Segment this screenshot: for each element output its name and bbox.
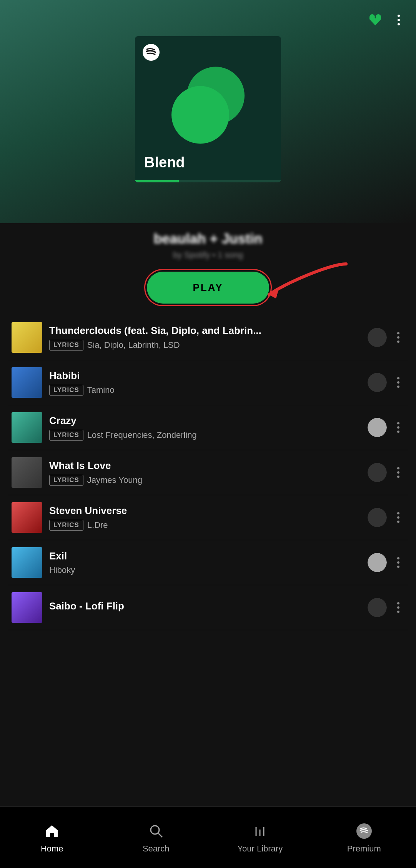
subtitle-area: beaulah + Justin by Spotify • 1 song PLA…	[0, 223, 416, 315]
track-right	[368, 328, 404, 347]
track-name: Exil	[49, 550, 361, 562]
track-info: ExilHiboky	[49, 550, 361, 575]
track-artist: Hiboky	[49, 565, 75, 575]
track-item[interactable]: HabibiLYRICSTamino	[8, 360, 408, 405]
track-artist: L.Dre	[87, 520, 108, 530]
nav-label-library: Your Library	[237, 844, 283, 854]
track-item[interactable]: Steven UniverseLYRICSL.Dre	[8, 495, 408, 540]
album-progress-fill	[135, 180, 179, 182]
svg-line-8	[158, 833, 162, 837]
play-button[interactable]: PLAY	[147, 272, 270, 304]
track-avatar	[368, 328, 387, 347]
track-more-button[interactable]	[392, 467, 404, 478]
album-progress-bar	[135, 180, 281, 182]
nav-label-premium: Premium	[347, 844, 381, 854]
track-artist: Tamino	[87, 385, 115, 395]
lyrics-badge: LYRICS	[49, 475, 83, 486]
search-icon	[146, 821, 166, 841]
nav-item-premium[interactable]: Premium	[341, 821, 387, 854]
track-right	[368, 373, 404, 392]
track-info: What Is LoveLYRICSJaymes Young	[49, 460, 361, 486]
play-button-wrapper: PLAY	[147, 272, 270, 304]
track-meta: Hiboky	[49, 565, 361, 575]
track-right	[368, 508, 404, 527]
nav-item-search[interactable]: Search	[133, 821, 179, 854]
svg-point-2	[376, 14, 381, 20]
track-item[interactable]: What Is LoveLYRICSJaymes Young	[8, 450, 408, 495]
track-thumbnail	[12, 592, 42, 623]
lyrics-badge: LYRICS	[49, 520, 83, 531]
lyrics-badge: LYRICS	[49, 340, 83, 351]
playlist-title: beaulah + Justin	[153, 231, 262, 247]
library-icon	[250, 821, 270, 841]
svg-point-7	[151, 826, 159, 834]
album-art: Blend	[135, 36, 281, 182]
track-right	[368, 598, 404, 617]
track-thumbnail	[12, 367, 42, 398]
track-meta: LYRICSL.Dre	[49, 520, 361, 531]
track-more-button[interactable]	[392, 512, 404, 523]
track-artist: Jaymes Young	[87, 475, 142, 485]
track-info: CrazyLYRICSLost Frequencies, Zonderling	[49, 415, 361, 441]
track-avatar	[368, 418, 387, 437]
svg-point-3	[143, 44, 160, 61]
track-meta: LYRICSLost Frequencies, Zonderling	[49, 430, 361, 441]
track-avatar	[368, 373, 387, 392]
track-item[interactable]: Thunderclouds (feat. Sia, Diplo, and Lab…	[8, 315, 408, 360]
track-list: Thunderclouds (feat. Sia, Diplo, and Lab…	[0, 315, 416, 699]
more-options-icon[interactable]	[393, 14, 404, 26]
track-right	[368, 418, 404, 437]
track-thumbnail	[12, 322, 42, 353]
spotify-heart-icon[interactable]	[367, 12, 384, 28]
blend-circles-graphic	[162, 65, 254, 146]
track-right	[368, 553, 404, 572]
nav-label-search: Search	[143, 844, 170, 854]
track-item[interactable]: ExilHiboky	[8, 540, 408, 585]
album-spotify-logo	[143, 44, 160, 61]
track-avatar	[368, 508, 387, 527]
track-avatar	[368, 463, 387, 482]
track-thumbnail	[12, 547, 42, 578]
track-item[interactable]: Saibo - Lofi Flip	[8, 585, 408, 630]
top-bar	[0, 12, 416, 36]
svg-point-12	[356, 823, 372, 839]
track-right	[368, 463, 404, 482]
annotation-arrow	[261, 260, 354, 306]
track-more-button[interactable]	[392, 377, 404, 388]
track-name: Habibi	[49, 370, 361, 382]
track-meta: LYRICSSia, Diplo, Labrinth, LSD	[49, 340, 361, 351]
track-info: Thunderclouds (feat. Sia, Diplo, and Lab…	[49, 325, 361, 351]
svg-point-1	[369, 14, 375, 20]
svg-point-5	[171, 86, 229, 144]
track-thumbnail	[12, 457, 42, 488]
track-avatar	[368, 553, 387, 572]
track-thumbnail	[12, 502, 42, 533]
track-name: Crazy	[49, 415, 361, 427]
playlist-subtitle: by Spotify • 1 song	[173, 250, 243, 260]
bottom-nav: Home Search Your Library	[0, 806, 416, 868]
track-info: Steven UniverseLYRICSL.Dre	[49, 505, 361, 531]
nav-label-home: Home	[41, 844, 63, 854]
hero-section: Blend	[0, 0, 416, 223]
premium-spotify-icon	[354, 821, 374, 841]
track-more-button[interactable]	[392, 602, 404, 613]
track-more-button[interactable]	[392, 422, 404, 433]
blend-label: Blend	[144, 154, 185, 171]
track-thumbnail	[12, 412, 42, 443]
track-more-button[interactable]	[392, 332, 404, 343]
track-info: HabibiLYRICSTamino	[49, 370, 361, 396]
nav-item-library[interactable]: Your Library	[237, 821, 283, 854]
track-artist: Sia, Diplo, Labrinth, LSD	[87, 340, 180, 350]
home-icon	[42, 821, 62, 841]
track-more-button[interactable]	[392, 557, 404, 568]
track-name: Thunderclouds (feat. Sia, Diplo, and Lab…	[49, 325, 361, 337]
track-info: Saibo - Lofi Flip	[49, 600, 361, 615]
track-meta: LYRICSTamino	[49, 385, 361, 396]
lyrics-badge: LYRICS	[49, 430, 83, 441]
lyrics-badge: LYRICS	[49, 385, 83, 396]
track-item[interactable]: CrazyLYRICSLost Frequencies, Zonderling	[8, 405, 408, 450]
track-name: Steven Universe	[49, 505, 361, 517]
track-name: Saibo - Lofi Flip	[49, 600, 361, 612]
nav-item-home[interactable]: Home	[29, 821, 75, 854]
track-name: What Is Love	[49, 460, 361, 472]
